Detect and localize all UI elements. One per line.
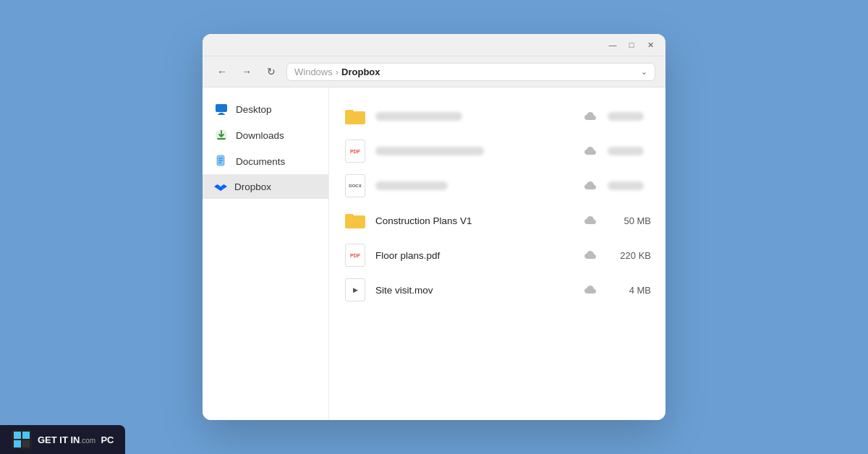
cloud-sync-icon [582,177,599,194]
table-row[interactable] [329,99,665,134]
file-list: PDF DOCX [329,87,665,420]
sidebar-item-downloads-label: Downloads [236,130,284,141]
file-size-blurred [608,181,651,190]
file-size: 50 MB [608,215,651,226]
sidebar: Desktop Downloads [203,87,329,420]
cloud-sync-icon [582,212,599,229]
minimize-button[interactable]: — [608,40,618,50]
file-size: 4 MB [608,285,651,296]
close-button[interactable]: ✕ [645,40,655,50]
downloads-icon [214,128,229,142]
file-name-blurred [375,147,573,155]
cloud-sync-icon [582,281,599,299]
toolbar: ← → ↻ Windows › Dropbox ⌄ [203,56,665,87]
documents-icon [214,154,229,168]
mov-icon: ▶ [344,278,367,301]
sidebar-item-documents-label: Documents [236,156,285,167]
address-path-parent: Windows [294,67,333,77]
pdf-icon: PDF [344,140,367,163]
main-content: Desktop Downloads [203,87,665,420]
sidebar-item-downloads[interactable]: Downloads [203,122,328,148]
watermark-logo-icon [12,429,32,450]
pdf-icon: PDF [344,244,367,267]
table-row[interactable]: PDF Floor plans.pdf 220 KB [329,238,665,273]
file-name-blurred [375,112,573,121]
cloud-sync-icon [582,142,599,160]
sidebar-item-desktop-label: Desktop [236,104,272,115]
svg-rect-12 [345,110,354,114]
desktop-icon [214,102,229,116]
table-row[interactable]: ▶ Site visit.mov 4 MB [329,273,665,307]
file-size-blurred [608,147,651,155]
svg-rect-2 [218,114,225,116]
refresh-button[interactable]: ↻ [262,62,281,81]
file-name: Floor plans.pdf [375,250,573,261]
maximize-button[interactable]: □ [626,40,637,50]
cloud-sync-icon [582,247,599,264]
folder-icon [344,209,367,232]
title-bar: — □ ✕ [203,34,665,56]
address-path: Windows › Dropbox [294,67,380,77]
file-explorer-window: — □ ✕ ← → ↻ Windows › Dropbox ⌄ [203,34,665,420]
back-button[interactable]: ← [213,62,231,81]
watermark: GET IT IN.com PC [0,425,125,454]
sidebar-item-dropbox-label: Dropbox [234,181,271,192]
sidebar-item-dropbox[interactable]: Dropbox [203,174,328,199]
watermark-text: GET IT IN.com PC [38,434,114,445]
file-name: Construction Plans V1 [375,215,573,226]
file-name-blurred [375,181,573,190]
svg-rect-17 [22,432,30,439]
svg-rect-19 [22,440,30,447]
svg-rect-18 [14,440,21,447]
cloud-sync-icon [582,108,599,125]
svg-rect-16 [14,432,21,439]
svg-rect-14 [345,214,354,218]
address-path-current: Dropbox [341,67,380,77]
address-separator: › [336,67,339,77]
address-chevron-icon: ⌄ [641,67,647,77]
doc-icon: DOCX [344,174,367,197]
address-bar[interactable]: Windows › Dropbox ⌄ [286,63,655,81]
table-row[interactable]: PDF [329,134,665,168]
folder-icon [344,105,367,128]
table-row[interactable]: DOCX [329,168,665,203]
svg-rect-0 [216,104,227,112]
dropbox-icon [214,180,227,193]
sidebar-item-documents[interactable]: Documents [203,148,328,174]
file-size-blurred [608,112,651,121]
file-name: Site visit.mov [375,285,573,296]
file-size: 220 KB [608,250,651,261]
forward-button[interactable]: → [237,62,256,81]
table-row[interactable]: Construction Plans V1 50 MB [329,203,665,238]
sidebar-item-desktop[interactable]: Desktop [203,96,328,122]
